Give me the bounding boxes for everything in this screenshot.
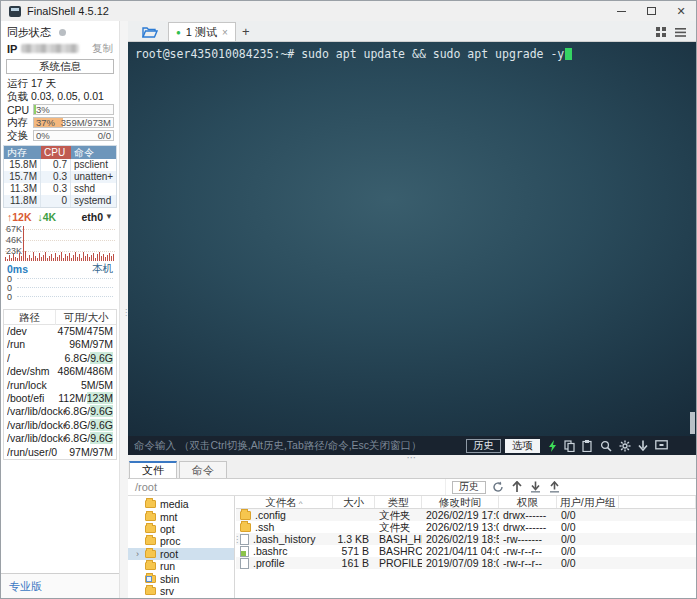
sync-status-label: 同步状态 (7, 25, 51, 40)
file-row[interactable]: .bash_history 1.3 KB BASH_HI... 2026/02/… (236, 533, 696, 545)
monitor-sidebar: 同步状态 IP 复制 系统信息 运行 17 天 负载 0.03, 0.05, 0… (1, 21, 128, 598)
filesystem-row: /run/lock5M/5M (4, 379, 116, 392)
cpu-progressbar: 3% (33, 104, 114, 115)
history-button[interactable]: 历史 (466, 439, 501, 453)
tree-item-mnt[interactable]: mnt (128, 510, 234, 522)
ping-header: 0ms 本机 (1, 261, 119, 274)
tab-label: 1 测试 (186, 25, 217, 40)
scroll-to-bottom-icon[interactable] (638, 440, 648, 452)
maximize-button[interactable] (636, 1, 666, 21)
filesystem-row: /var/lib/docker/r...6.8G/9.6G (4, 405, 116, 418)
paste-icon[interactable] (582, 440, 593, 452)
refresh-icon[interactable] (492, 481, 504, 493)
connection-speed-icon[interactable] (548, 440, 557, 452)
tree-item-opt[interactable]: opt (128, 523, 234, 535)
upload-rate: ↑12K (7, 211, 32, 223)
tree-item-root[interactable]: ›root (128, 548, 234, 560)
filesystem-table-header[interactable]: 路径 可用/大小 (4, 310, 116, 325)
uptime-label: 运行 17 天 (1, 77, 119, 90)
app-icon (9, 6, 21, 17)
layout-grid-icon[interactable] (656, 27, 666, 37)
folder-icon (145, 550, 156, 558)
tab-close-icon[interactable]: × (222, 27, 228, 38)
memory-usage-row: 内存 37% 359M/973M (1, 116, 119, 129)
file-toolbar: /root 历史 (128, 479, 696, 496)
tree-item-srv[interactable]: srv (128, 585, 234, 597)
chevron-down-icon[interactable]: ▼ (105, 212, 113, 221)
filesystem-row: /dev/shm486M/486M (4, 365, 116, 378)
folder-icon (145, 537, 156, 545)
search-icon[interactable] (600, 440, 612, 452)
folder-icon (145, 500, 156, 508)
filesystem-table: 路径 可用/大小 /dev475M/475M /run96M/97M /6.8G… (3, 309, 117, 460)
terminal-screen[interactable]: root@ser435010084235:~# sudo apt update … (128, 42, 696, 436)
file-icon (240, 534, 249, 545)
cpu-label: CPU (7, 104, 33, 116)
graph-tick: 46K (6, 235, 22, 245)
folder-link-icon (145, 575, 156, 583)
parent-directory-icon[interactable] (512, 481, 522, 493)
file-icon (240, 558, 249, 569)
menu-icon[interactable] (675, 28, 686, 37)
download-icon[interactable] (530, 481, 541, 493)
monitor-icon[interactable] (655, 440, 668, 451)
network-header: ↑12K ↓4K eth0 ▼ (1, 208, 119, 223)
tree-item-run[interactable]: run (128, 560, 234, 572)
sidebar-splitter[interactable]: ⋮ (120, 21, 128, 598)
system-info-button[interactable]: 系统信息 (6, 59, 114, 74)
expander-icon[interactable]: › (134, 549, 141, 559)
memory-progressbar: 37% 359M/973M (33, 117, 114, 128)
file-row[interactable]: .profile 161 B PROFILE ... 2019/07/09 18… (236, 557, 696, 569)
upload-icon[interactable] (549, 481, 560, 493)
terminal-cursor (565, 48, 572, 60)
tree-table-splitter[interactable]: ⋮ (234, 496, 236, 598)
gear-icon[interactable] (619, 440, 631, 452)
terminal-scrollbar-thumb[interactable] (690, 412, 695, 434)
command-input-hint[interactable]: 命令输入 （双击Ctrl切换,Alt历史,Tab路径/命令,Esc关闭窗口） (134, 439, 462, 453)
title-bar: FinalShell 4.5.12 ✕ (1, 1, 696, 21)
copy-ip-button[interactable]: 复制 (92, 42, 113, 56)
sync-status-dot-icon (59, 29, 66, 36)
open-connection-icon[interactable] (142, 26, 158, 38)
ping-target[interactable]: 本机 (92, 262, 113, 276)
connected-dot-icon: ● (176, 28, 181, 37)
process-row: 15.7M0.3unatten+ (4, 171, 116, 183)
tab-files[interactable]: 文件 (129, 461, 177, 478)
maximize-icon (647, 7, 656, 15)
path-input[interactable]: /root (128, 479, 446, 495)
tab-commands[interactable]: 命令 (179, 461, 227, 478)
folder-icon (240, 511, 251, 520)
file-row[interactable]: .ssh 文件夹 2026/02/19 13:05 drwx------ 0/0 (236, 521, 696, 533)
network-graph: 67K 46K 23K (5, 224, 115, 261)
memory-label: 内存 (7, 116, 33, 130)
memory-detail: 359M/973M (61, 118, 111, 128)
tree-item-proc[interactable]: proc (128, 535, 234, 547)
folder-icon (145, 525, 156, 533)
tab-terminal-session[interactable]: ● 1 测试 × (168, 22, 236, 41)
options-button[interactable]: 选项 (505, 439, 540, 453)
tree-item-media[interactable]: media (128, 498, 234, 510)
file-row[interactable]: .bashrc 571 B BASHRC ... 2021/04/11 04:0… (236, 545, 696, 557)
terminal-prompt: root@ser435010084235:~# (135, 47, 294, 61)
edition-link[interactable]: 专业版 (9, 579, 42, 594)
close-button[interactable]: ✕ (666, 1, 696, 21)
minimize-button[interactable] (606, 1, 636, 21)
ip-label: IP (7, 43, 17, 55)
swap-usage-row: 交换 0% 0/0 (1, 129, 119, 142)
copy-icon[interactable] (564, 440, 575, 452)
close-icon: ✕ (676, 6, 685, 17)
ping-row: 0 (1, 292, 119, 301)
file-row[interactable]: .config 文件夹 2026/02/19 17:02 drwx------ … (236, 509, 696, 521)
swap-progressbar: 0% 0/0 (33, 130, 114, 141)
tree-item-sbin[interactable]: sbin (128, 572, 234, 584)
file-table-header[interactable]: 文件名^ 大小 类型 修改时间 权限 用户/用户组 (236, 496, 696, 509)
folder-icon (145, 562, 156, 570)
load-label: 负载 0.03, 0.05, 0.01 (1, 90, 119, 103)
sort-ascending-icon: ^ (299, 499, 303, 508)
file-history-button[interactable]: 历史 (452, 481, 486, 494)
process-row: 15.8M0.7psclient (4, 159, 116, 171)
interface-selector[interactable]: eth0 (81, 211, 103, 223)
process-table-header[interactable]: 内存 CPU 命令 (4, 146, 116, 159)
filesystem-row: /6.8G/9.6G (4, 352, 116, 365)
new-tab-button[interactable]: + (236, 22, 256, 41)
